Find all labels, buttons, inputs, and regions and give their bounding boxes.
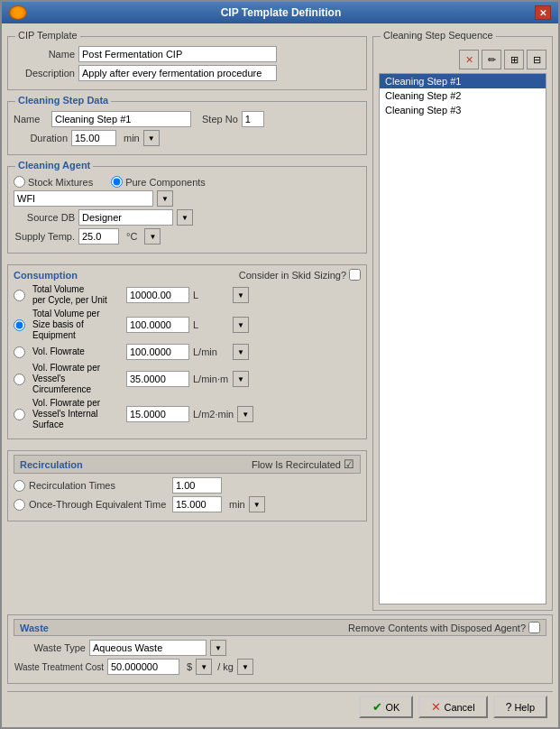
consumption-radio-3[interactable] (14, 346, 25, 358)
agent-dropdown[interactable]: ▼ (157, 190, 173, 207)
step-settings-button[interactable]: ⊟ (527, 50, 546, 69)
waste-header: Waste Remove Contents with Disposed Agen… (14, 619, 546, 636)
cleaning-step-list: Cleaning Step #1 Cleaning Step #2 Cleani… (379, 73, 546, 604)
recirc-times-radio[interactable] (14, 480, 25, 492)
consumption-value-2[interactable] (126, 317, 189, 333)
consumption-radio-2[interactable] (14, 319, 25, 331)
consider-checkbox[interactable] (349, 269, 361, 281)
cancel-label: Cancel (444, 702, 474, 713)
consumption-row-2: Total Volume per Size basis of Equipment… (14, 309, 361, 341)
cleaning-step-title: Cleaning Step Data (15, 95, 111, 106)
consumption-value-1[interactable] (126, 287, 189, 303)
stock-label: Stock Mixtures (28, 177, 93, 188)
recirc-title: Recirculation (20, 459, 83, 470)
consumption-label-1b: per Cycle, per Unit (32, 295, 123, 306)
consumption-value-5[interactable] (126, 406, 189, 422)
pure-components-radio[interactable] (111, 176, 123, 188)
treatment-cost-dropdown[interactable]: ▼ (196, 659, 212, 675)
once-through-input[interactable] (172, 496, 222, 512)
consumption-dropdown-4[interactable]: ▼ (233, 371, 249, 387)
left-panel: CIP Template Name Description Cleaning S… (7, 29, 367, 611)
duration-input[interactable] (71, 130, 116, 146)
recirc-header: Recirculation Flow Is Recirculated ☑ (14, 455, 361, 474)
consumption-row-1: Total Volume per Cycle, per Unit L ▼ (14, 284, 361, 306)
once-through-unit: min (229, 499, 245, 510)
desc-input[interactable] (78, 65, 277, 81)
treatment-cost-input[interactable] (107, 659, 179, 675)
pure-label: Pure Components (125, 177, 206, 188)
consumption-label-2a: Total Volume per (32, 309, 123, 319)
flow-checked-icon: ☑ (344, 457, 354, 471)
top-section: CIP Template Name Description Cleaning S… (7, 29, 553, 611)
consumption-dropdown-1[interactable]: ▼ (233, 287, 249, 303)
consumption-dropdown-2[interactable]: ▼ (233, 317, 249, 333)
consumption-dropdown-5[interactable]: ▼ (237, 406, 253, 422)
cleaning-step-item-2[interactable]: Cleaning Step #2 (380, 88, 546, 103)
duration-dropdown[interactable]: ▼ (143, 130, 160, 146)
recirc-times-label: Recirculation Times (29, 480, 169, 491)
consumption-unit-1: L (193, 290, 229, 300)
consider-label: Consider in Skid Sizing? (239, 270, 346, 281)
supply-temp-label: Supply Temp. (14, 231, 75, 242)
consumption-value-4[interactable] (126, 371, 189, 387)
app-icon (9, 5, 27, 20)
flow-label: Flow Is Recirculated (252, 459, 341, 470)
right-panel: Cleaning Step Sequence ✕ ✏ ⊞ ⊟ Cleaning … (372, 29, 553, 611)
waste-type-dropdown[interactable]: ▼ (210, 640, 226, 656)
source-db-label: Source DB (14, 212, 75, 223)
step-no-input[interactable] (242, 111, 264, 127)
consumption-label-5a: Vol. Flowrate per (32, 398, 123, 409)
stock-mixtures-radio[interactable] (14, 176, 25, 188)
cleaning-step-item-3[interactable]: Cleaning Step #3 (380, 103, 546, 117)
window-title: CIP Template Definition (27, 6, 535, 19)
source-db-dropdown[interactable]: ▼ (177, 209, 193, 226)
consumption-row-3: Vol. Flowrate L/min ▼ (14, 344, 361, 360)
cip-template-title: CIP Template (15, 30, 80, 41)
help-label: Help (514, 702, 535, 713)
currency-label: $ (187, 661, 192, 672)
add-step-button[interactable]: ⊞ (504, 50, 524, 69)
consumption-unit-3: L/min (193, 346, 229, 357)
footer-buttons: ✔ OK ✕ Cancel ? Help (7, 691, 553, 722)
name-input[interactable] (78, 46, 277, 62)
agent-input[interactable] (14, 190, 153, 207)
consumption-label-4b: Vessel's Circumference (32, 374, 123, 395)
cleaning-step-group: Cleaning Step Data Name Step No Duration… (7, 101, 367, 155)
source-db-input[interactable] (78, 209, 173, 226)
recirc-times-input[interactable] (172, 477, 222, 494)
consumption-label-5b: Vessel's Internal Surface (32, 409, 123, 430)
waste-section: Waste Remove Contents with Disposed Agen… (7, 614, 553, 684)
help-button[interactable]: ? Help (493, 696, 547, 718)
sequence-toolbar: ✕ ✏ ⊞ ⊟ (379, 50, 546, 69)
content-area: CIP Template Name Description Cleaning S… (2, 23, 558, 727)
consumption-label-3a: Vol. Flowrate (32, 346, 123, 357)
supply-temp-dropdown[interactable]: ▼ (144, 228, 161, 245)
consumption-radio-4[interactable] (14, 374, 25, 385)
consumption-value-3[interactable] (126, 344, 189, 360)
remove-checkbox[interactable] (528, 622, 540, 633)
cleaning-agent-title: Cleaning Agent (15, 160, 93, 171)
ok-label: OK (385, 702, 399, 713)
consumption-radio-5[interactable] (14, 409, 25, 420)
consumption-unit-2: L (193, 319, 229, 330)
per-unit-dropdown[interactable]: ▼ (237, 659, 253, 675)
edit-step-button[interactable]: ✏ (482, 50, 501, 69)
cancel-button[interactable]: ✕ Cancel (418, 696, 487, 718)
consumption-unit-4: L/min·m (193, 374, 229, 384)
close-button[interactable]: ✕ (535, 5, 551, 20)
consumption-radio-1[interactable] (14, 290, 25, 301)
supply-temp-input[interactable] (78, 228, 119, 245)
step-name-input[interactable] (51, 111, 191, 127)
delete-step-button[interactable]: ✕ (459, 50, 479, 69)
cleaning-sequence-group: Cleaning Step Sequence ✕ ✏ ⊞ ⊟ Cleaning … (372, 36, 553, 611)
cleaning-step-item-1[interactable]: Cleaning Step #1 (380, 74, 546, 88)
consumption-row-5: Vol. Flowrate per Vessel's Internal Surf… (14, 398, 361, 430)
waste-type-input[interactable] (89, 640, 207, 656)
per-unit-label: / kg (217, 661, 234, 672)
consumption-group: Consumption Consider in Skid Sizing? Tot… (7, 264, 367, 439)
consumption-dropdown-3[interactable]: ▼ (233, 344, 249, 360)
once-through-radio[interactable] (14, 499, 25, 511)
once-through-dropdown[interactable]: ▼ (249, 496, 265, 512)
ok-button[interactable]: ✔ OK (359, 696, 413, 718)
desc-label: Description (14, 68, 75, 78)
